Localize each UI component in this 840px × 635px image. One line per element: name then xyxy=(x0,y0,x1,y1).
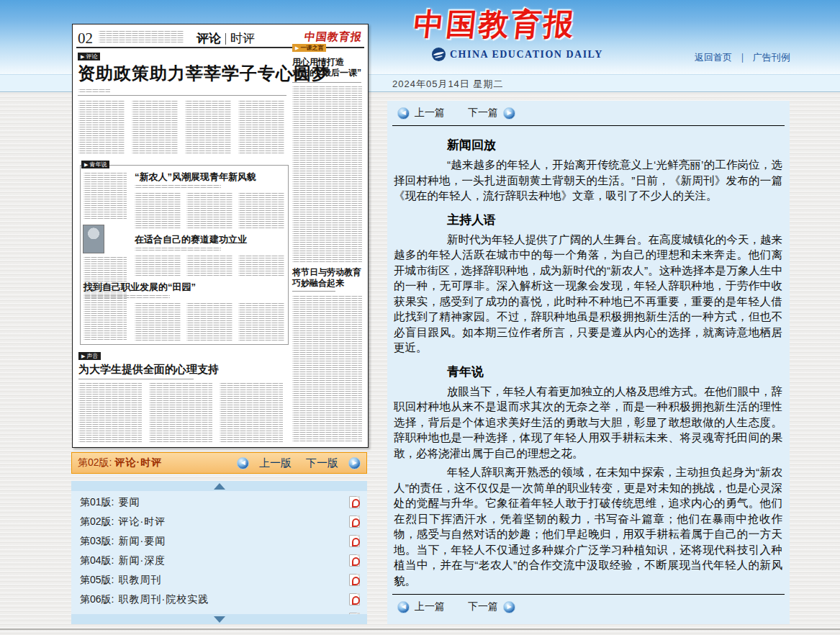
divider-line xyxy=(392,125,785,126)
newsprint-text-block xyxy=(132,101,178,154)
site-logo-english-row: CHINA EDUCATION DAILY xyxy=(432,48,603,61)
list-item[interactable]: 第04版: 新闻·深度 xyxy=(71,551,367,570)
section-heading: 青年说 xyxy=(447,364,782,380)
scroll-up-button[interactable] xyxy=(71,481,367,491)
edition-number: 第05版: xyxy=(80,574,114,587)
newsprint-text-block xyxy=(78,89,110,94)
prev-article-icon[interactable]: ◀ xyxy=(397,601,410,613)
next-article-icon[interactable]: ▶ xyxy=(503,601,515,613)
globe-icon xyxy=(432,48,446,61)
edition-number: 第01版: xyxy=(80,496,114,509)
edition-number: 第04版: xyxy=(80,554,114,567)
paper-masthead-title: 评论 时评 xyxy=(197,30,255,47)
site-logo-chinese: 中国教育报 xyxy=(412,4,567,45)
edition-name-link[interactable]: 评论·时评 xyxy=(118,515,166,528)
newsprint-text-block xyxy=(186,193,232,229)
next-edition-icon[interactable]: ▶ xyxy=(348,457,361,469)
edition-bar: 第02版:评论·时评 ◀ 上一版 下一版 ▶ xyxy=(71,452,367,474)
newsprint-text-block xyxy=(238,193,284,229)
prev-article-link[interactable]: 上一篇 xyxy=(415,107,445,120)
rule xyxy=(292,82,361,83)
portrait-photo xyxy=(83,225,104,253)
list-item[interactable]: 第06版: 职教周刊·院校实践 xyxy=(71,590,367,609)
newsprint-text-block xyxy=(292,296,362,441)
newsprint-text-block xyxy=(186,256,232,277)
down-arrow-icon xyxy=(214,616,225,623)
article-paragraph: 新时代为年轻人提供了广阔的人生舞台。在高度城镇化的今天，越来越多的年轻人活跃在城… xyxy=(394,232,782,356)
list-item[interactable]: 第02版: 评论·时评 xyxy=(71,512,367,531)
header-links: 返回首页 ｜ 广告刊例 xyxy=(695,51,790,64)
newsprint-text-block xyxy=(149,383,212,442)
list-item[interactable]: 第03版: 新闻·要闻 xyxy=(71,531,367,551)
issue-date: 2024年05月14日 星期二 xyxy=(392,78,503,91)
article-paragraph: 年轻人辞职离开熟悉的领域，在未知中探索，主动担负起身为“新农人”的责任，这不仅仅… xyxy=(394,464,782,588)
ads-link[interactable]: 广告刊例 xyxy=(753,51,790,64)
scroll-down-button[interactable] xyxy=(71,614,367,624)
edition-name-link[interactable]: 要闻 xyxy=(118,496,140,509)
newsprint-text-block xyxy=(83,295,170,300)
edition-name-link[interactable]: 新闻·要闻 xyxy=(118,535,166,548)
edition-name-link[interactable]: 职教周刊 xyxy=(118,574,161,587)
paper-headline-labor: 巧妙融合起来 xyxy=(292,277,344,289)
edition-number: 第03版: xyxy=(80,535,114,548)
paper-page-number: 02 xyxy=(78,30,93,48)
edition-number: 第02版: xyxy=(80,515,114,528)
pdf-icon[interactable] xyxy=(349,496,360,508)
home-link[interactable]: 返回首页 xyxy=(695,51,732,64)
newsprint-text-block xyxy=(78,383,142,442)
next-edition-link[interactable]: 下一版 xyxy=(306,456,338,470)
paper-rubric-label-youth: ▶青年说 xyxy=(81,161,109,168)
masthead-divider xyxy=(225,33,226,45)
up-arrow-icon xyxy=(214,483,225,490)
newspaper-page-image[interactable]: 02 评论 时评 中国教育报 ▶评论 资助政策助力莘莘学子专心圆梦 ▶一课之言 … xyxy=(72,24,369,448)
pdf-icon[interactable] xyxy=(349,515,360,528)
pdf-icon[interactable] xyxy=(349,593,360,605)
prev-article-icon[interactable]: ◀ xyxy=(397,107,410,120)
paper-rubric-label-voice: ▶声音 xyxy=(78,352,101,360)
newsprint-text-block xyxy=(135,185,221,189)
paper-headline-track: 在适合自己的赛道建功立业 xyxy=(135,233,247,246)
newsprint-text-block xyxy=(186,303,232,341)
pdf-icon[interactable] xyxy=(349,554,360,567)
list-item[interactable]: 第01版: 要闻 xyxy=(71,492,367,512)
pdf-icon[interactable] xyxy=(349,574,360,586)
newsprint-text-block xyxy=(238,256,284,277)
newsprint-text-block xyxy=(83,173,127,219)
next-article-link[interactable]: 下一篇 xyxy=(468,107,498,120)
article-panel: ◀ 上一篇 下一篇 ▶ 新闻回放 “越来越多的年轻人，开始离开传统意义上‘光鲜亮… xyxy=(387,101,790,624)
edition-nav: ◀ 上一版 下一版 ▶ xyxy=(237,456,361,470)
next-article-link[interactable]: 下一篇 xyxy=(468,600,498,613)
paper-headline-newfarmer: “新农人”风潮展现青年新风貌 xyxy=(135,171,256,184)
pdf-icon[interactable] xyxy=(349,535,360,547)
paper-headline-garden: 找到自己职业发展的“田园” xyxy=(83,281,196,294)
prev-edition-link[interactable]: 上一版 xyxy=(259,456,292,470)
section-heading: 新闻回放 xyxy=(447,137,782,153)
newsprint-text-block xyxy=(99,31,184,42)
paper-headline-right: 难忘的“最后一课” xyxy=(292,67,361,79)
newsprint-text-block xyxy=(238,303,284,341)
section-heading: 主持人语 xyxy=(447,212,782,228)
edition-list-panel: 第01版: 要闻 第02版: 评论·时评 第03版: 新闻·要闻 第04版: 新… xyxy=(71,481,367,624)
prev-article-link[interactable]: 上一篇 xyxy=(415,600,445,613)
newsprint-text-block xyxy=(135,248,221,252)
list-item[interactable]: 第05版: 职教周刊 xyxy=(71,570,367,590)
paper-rubric-label-right: ▶一课之言 xyxy=(292,44,326,52)
prev-edition-icon[interactable]: ◀ xyxy=(237,457,249,469)
newsprint-text-block xyxy=(292,86,362,262)
article-nav-bottom-wrap: ◀ 上一篇 下一篇 ▶ xyxy=(387,594,790,624)
paper-headline-psych: 为大学生提供全面的心理支持 xyxy=(78,363,219,377)
edition-label: 第02版:评论·时评 xyxy=(78,456,162,469)
article-body: 新闻回放 “越来越多的年轻人，开始离开传统意义上‘光鲜亮丽’的工作岗位，选择回村… xyxy=(387,127,790,588)
edition-name-link[interactable]: 职教周刊·院校实践 xyxy=(118,593,209,606)
article-nav-top: ◀ 上一篇 下一篇 ▶ xyxy=(387,101,790,122)
newsprint-text-block xyxy=(135,303,181,341)
edition-number: 第06版: xyxy=(80,593,114,606)
rule xyxy=(78,95,286,96)
next-article-icon[interactable]: ▶ xyxy=(503,107,515,120)
article-nav-bottom: ◀ 上一篇 下一篇 ▶ xyxy=(387,594,790,616)
edition-list: 第01版: 要闻 第02版: 评论·时评 第03版: 新闻·要闻 第04版: 新… xyxy=(71,492,367,624)
newsprint-text-block xyxy=(135,256,181,277)
newsprint-text-block xyxy=(220,383,283,442)
article-paragraph: “越来越多的年轻人，开始离开传统意义上‘光鲜亮丽’的工作岗位，选择回村种地，一头… xyxy=(394,157,782,204)
edition-name-link[interactable]: 新闻·深度 xyxy=(118,554,166,567)
